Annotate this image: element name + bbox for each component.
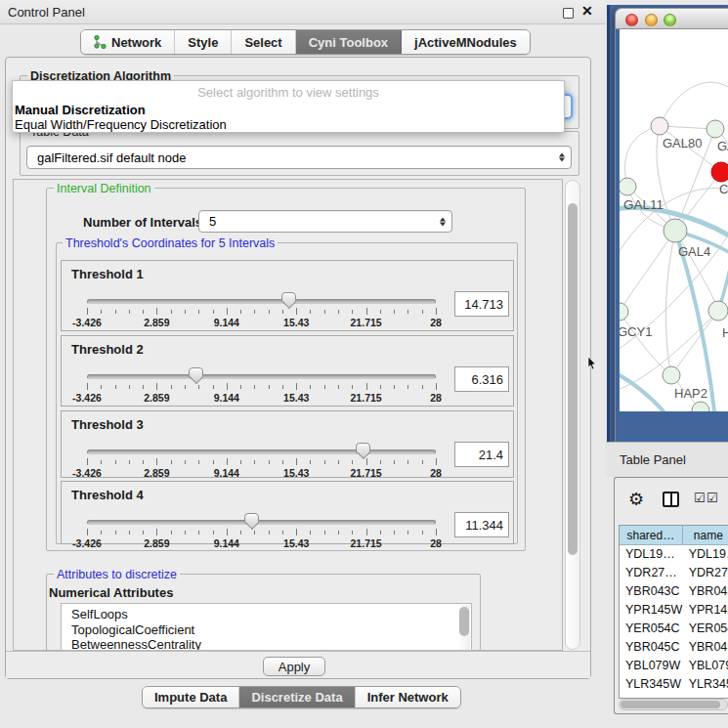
control-panel-titlebar: Control Panel ✕: [0, 0, 606, 24]
table-row[interactable]: YDL19…YDL19…: [620, 545, 728, 564]
network-node[interactable]: [620, 303, 628, 321]
gear-icon[interactable]: ⚙: [628, 489, 644, 510]
table-cell[interactable]: YDL19…: [620, 545, 683, 564]
scrollbar-thumb[interactable]: [568, 203, 578, 555]
table-cell[interactable]: YLR345W: [683, 675, 728, 694]
table-row[interactable]: YBL079WYBL079W: [620, 657, 728, 675]
interval-definition-title: Interval Definition: [54, 182, 154, 195]
network-nodes[interactable]: GAL80GACGAL11GAL4GCY1HHAP2: [620, 117, 728, 411]
attribute-item[interactable]: SelfLoops: [71, 607, 471, 622]
list-scrollbar[interactable]: [457, 605, 470, 650]
horizontal-scrollbar[interactable]: [619, 699, 728, 710]
threshold-4-value[interactable]: 11.344: [454, 512, 509, 537]
slider-thumb[interactable]: [281, 292, 296, 303]
attribute-item[interactable]: TopologicalCoefficient: [71, 622, 471, 638]
network-window-titlebar[interactable]: [616, 9, 728, 29]
tab-impute-data-label: Impute Data: [154, 690, 227, 705]
mouse-cursor: [587, 357, 597, 370]
tab-jactivemnodules[interactable]: jActiveMNodules: [402, 30, 530, 54]
network-node[interactable]: [651, 117, 668, 135]
close-traffic-light-icon[interactable]: [625, 14, 638, 26]
slider-thumb[interactable]: [356, 443, 370, 453]
minimize-traffic-light-icon[interactable]: [645, 14, 658, 26]
threshold-4-slider[interactable]: [87, 520, 436, 525]
zoom-traffic-light-icon[interactable]: [664, 14, 676, 26]
table-row[interactable]: YPR145WYPR145W: [620, 601, 728, 620]
threshold-2-value[interactable]: 6.316: [454, 366, 509, 392]
algorithm-option-equal-width[interactable]: Equal Width/Frequency Discretization: [15, 117, 227, 132]
table-cell[interactable]: YPR145W: [620, 601, 683, 620]
threshold-3-panel: Threshold 3 -3.4262.8599.14415.4321.7152…: [61, 410, 514, 478]
horizontal-scrollbar-thumb[interactable]: [621, 701, 720, 708]
table-row[interactable]: YDR27…YDR27…: [620, 564, 728, 582]
network-node[interactable]: [708, 301, 728, 321]
tab-impute-data[interactable]: Impute Data: [143, 687, 239, 707]
threshold-1-value[interactable]: 14.713: [454, 291, 509, 317]
table-cell[interactable]: YBR045C: [620, 638, 683, 657]
table-data-combobox[interactable]: galFiltered.sif default node: [26, 146, 572, 169]
network-node[interactable]: [620, 178, 636, 195]
threshold-1-label: Threshold 1: [71, 267, 144, 281]
table-cell[interactable]: YER054C: [683, 620, 728, 638]
table-cell[interactable]: YDL19…: [683, 545, 728, 564]
network-icon: [94, 35, 107, 49]
float-window-icon[interactable]: [563, 8, 574, 19]
network-node[interactable]: [664, 219, 687, 242]
numerical-attributes-list[interactable]: SelfLoopsTopologicalCoefficientBetweenne…: [61, 603, 472, 651]
tab-network[interactable]: Network: [81, 30, 175, 54]
vertical-scrollbar[interactable]: [565, 180, 580, 650]
table-cell[interactable]: YBR043C: [620, 582, 683, 601]
slider-thumb[interactable]: [244, 513, 259, 524]
table-row[interactable]: YER054CYER054C: [620, 620, 728, 638]
node-label: H: [722, 325, 728, 340]
column-header-name[interactable]: name: [683, 526, 728, 545]
table-cell[interactable]: YBL079W: [683, 657, 728, 675]
tab-discretize-data-label: Discretize Data: [251, 690, 342, 705]
tab-discretize-data[interactable]: Discretize Data: [239, 687, 355, 707]
threshold-2-slider[interactable]: [87, 374, 436, 379]
node-label: GCY1: [620, 324, 652, 339]
node-label: HAP2: [674, 386, 707, 401]
close-icon[interactable]: ✕: [581, 3, 593, 19]
table-cell[interactable]: YPR145W: [683, 601, 728, 620]
tab-style[interactable]: Style: [175, 30, 232, 54]
attribute-item[interactable]: BetweennessCentrality: [71, 637, 471, 651]
columns-icon[interactable]: [663, 492, 679, 507]
algorithm-option-manual[interactable]: Manual Discretization: [15, 103, 146, 117]
table-row[interactable]: YLR345WYLR345W: [620, 675, 728, 694]
node-table[interactable]: shared… name YDL19…YDL19…YDR27…YDR27…YBR…: [619, 525, 728, 699]
number-of-intervals-combobox[interactable]: 5: [198, 210, 452, 233]
network-node[interactable]: [711, 162, 728, 182]
slider-thumb[interactable]: [189, 367, 203, 378]
table-cell[interactable]: YBR045C: [683, 638, 728, 657]
table-row[interactable]: YBR043CYBR043C: [620, 582, 728, 601]
thresholds-group-title: Threshold's Coordinates for 5 Intervals: [63, 236, 278, 250]
column-header-shared-name[interactable]: shared…: [620, 526, 683, 545]
network-node[interactable]: [663, 366, 680, 384]
threshold-2-label: Threshold 2: [71, 342, 144, 357]
table-body: YDL19…YDL19…YDR27…YDR27…YBR043CYBR043CYP…: [620, 545, 728, 699]
threshold-3-value[interactable]: 21.4: [454, 442, 509, 467]
checkbox-icon[interactable]: ☑: [694, 491, 706, 505]
network-canvas[interactable]: GAL80GACGAL11GAL4GCY1HHAP2: [620, 29, 728, 411]
table-row[interactable]: YBR045CYBR045C: [620, 638, 728, 657]
tab-cyni-toolbox[interactable]: Cyni Toolbox: [296, 30, 402, 54]
network-window: GAL80GACGAL11GAL4GCY1HHAP2: [615, 8, 728, 442]
threshold-3-slider[interactable]: [87, 450, 436, 454]
tab-select[interactable]: Select: [232, 30, 295, 54]
table-cell[interactable]: YDR27…: [620, 564, 683, 582]
checkbox-icon[interactable]: ☑: [707, 491, 718, 505]
table-cell[interactable]: YLR345W: [620, 675, 683, 694]
table-cell[interactable]: YBR043C: [683, 582, 728, 601]
algorithm-popup-hint: Select algorithm to view settings: [13, 85, 564, 100]
apply-button[interactable]: Apply: [263, 657, 325, 676]
tab-infer-network[interactable]: Infer Network: [356, 687, 460, 707]
table-cell[interactable]: YBL079W: [620, 657, 683, 675]
number-of-intervals-label: Number of Intervals: [83, 215, 202, 230]
network-node[interactable]: [707, 120, 724, 138]
threshold-1-slider[interactable]: [87, 299, 436, 304]
list-scrollbar-thumb[interactable]: [459, 607, 469, 636]
table-cell[interactable]: YER054C: [620, 620, 683, 638]
tab-cyni-toolbox-label: Cyni Toolbox: [309, 35, 388, 50]
table-cell[interactable]: YDR27…: [683, 564, 728, 582]
